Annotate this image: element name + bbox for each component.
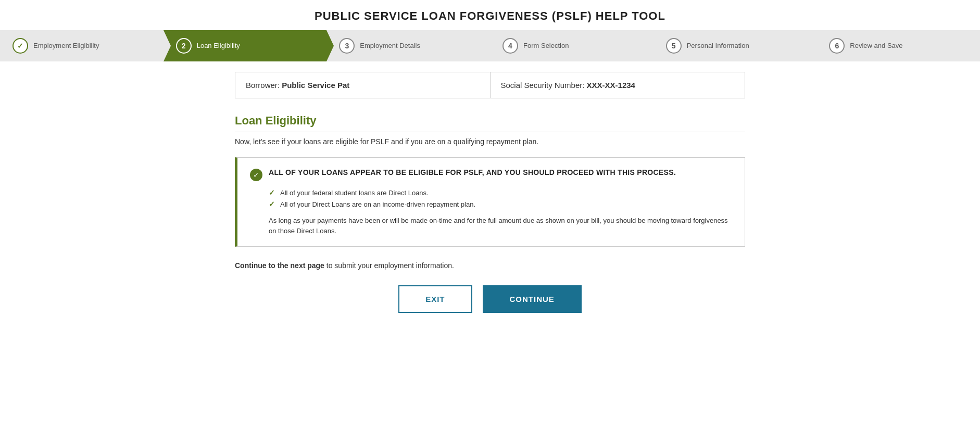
step-6-circle: 6 <box>829 38 845 54</box>
borrower-ssn-cell: Social Security Number: XXX-XX-1234 <box>491 72 745 98</box>
success-header: ✓ ALL OF YOUR LOANS APPEAR TO BE ELIGIBL… <box>250 168 732 181</box>
step-3-circle: 3 <box>339 38 355 54</box>
borrower-label: Borrower: <box>246 81 280 90</box>
success-box: ✓ ALL OF YOUR LOANS APPEAR TO BE ELIGIBL… <box>235 157 745 247</box>
success-icon: ✓ <box>250 169 262 181</box>
check-icon-2: ✓ <box>269 200 275 208</box>
step-4[interactable]: 4 Form Selection <box>490 30 654 61</box>
step-1-circle: ✓ <box>12 38 28 54</box>
step-2[interactable]: 2 Loan Eligibility <box>164 30 327 61</box>
success-note: As long as your payments have been or wi… <box>269 216 732 236</box>
success-title: ALL OF YOUR LOANS APPEAR TO BE ELIGIBLE … <box>269 168 676 176</box>
ssn-label: Social Security Number: <box>501 81 585 90</box>
button-row: EXIT CONTINUE <box>235 285 745 313</box>
ssn-value: XXX-XX-1234 <box>587 81 635 90</box>
section-title: Loan Eligibility <box>235 114 745 132</box>
step-6[interactable]: 6 Review and Save <box>816 30 980 61</box>
step-3-label: Employment Details <box>360 42 420 50</box>
steps-bar: ✓ Employment Eligibility 2 Loan Eligibil… <box>0 30 980 61</box>
checklist-text-1: All of your federal student loans are Di… <box>280 189 429 197</box>
borrower-name: Public Service Pat <box>282 81 349 90</box>
step-3[interactable]: 3 Employment Details <box>326 30 490 61</box>
check-icon-1: ✓ <box>269 188 275 197</box>
borrower-name-cell: Borrower: Public Service Pat <box>235 72 491 98</box>
checklist-text-2: All of your Direct Loans are on an incom… <box>280 200 475 208</box>
continue-note-bold: Continue to the next page <box>235 261 324 270</box>
main-content: Borrower: Public Service Pat Social Secu… <box>224 61 756 323</box>
continue-note: Continue to the next page to submit your… <box>235 261 745 270</box>
step-4-label: Form Selection <box>523 42 569 50</box>
section-intro: Now, let's see if your loans are eligibl… <box>235 137 745 146</box>
continue-button[interactable]: CONTINUE <box>483 285 582 313</box>
borrower-bar: Borrower: Public Service Pat Social Secu… <box>235 72 745 98</box>
exit-button[interactable]: EXIT <box>398 285 472 313</box>
step-2-label: Loan Eligibility <box>197 42 240 50</box>
continue-note-rest: to submit your employment information. <box>324 261 454 270</box>
step-5-circle: 5 <box>666 38 682 54</box>
checklist-item-1: ✓ All of your federal student loans are … <box>269 188 732 197</box>
step-1-label: Employment Eligibility <box>33 42 99 50</box>
step-2-circle: 2 <box>176 38 192 54</box>
success-checklist: ✓ All of your federal student loans are … <box>269 188 732 208</box>
step-5[interactable]: 5 Personal Information <box>654 30 817 61</box>
step-1[interactable]: ✓ Employment Eligibility <box>0 30 164 61</box>
step-5-label: Personal Information <box>687 42 749 50</box>
checklist-item-2: ✓ All of your Direct Loans are on an inc… <box>269 200 732 208</box>
step-6-label: Review and Save <box>850 42 902 50</box>
page-title: PUBLIC SERVICE LOAN FORGIVENESS (PSLF) H… <box>0 0 980 30</box>
step-4-circle: 4 <box>502 38 518 54</box>
